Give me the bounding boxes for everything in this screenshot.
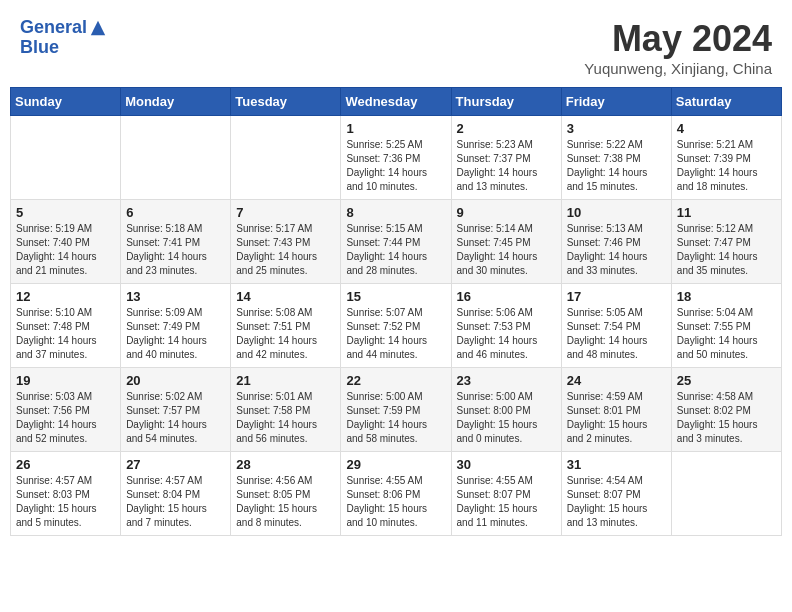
calendar-cell: 12Sunrise: 5:10 AMSunset: 7:48 PMDayligh… bbox=[11, 284, 121, 368]
calendar-cell: 6Sunrise: 5:18 AMSunset: 7:41 PMDaylight… bbox=[121, 200, 231, 284]
calendar-cell: 24Sunrise: 4:59 AMSunset: 8:01 PMDayligh… bbox=[561, 368, 671, 452]
calendar-cell: 19Sunrise: 5:03 AMSunset: 7:56 PMDayligh… bbox=[11, 368, 121, 452]
cell-info: Sunrise: 5:13 AMSunset: 7:46 PMDaylight:… bbox=[567, 222, 666, 278]
calendar-cell: 25Sunrise: 4:58 AMSunset: 8:02 PMDayligh… bbox=[671, 368, 781, 452]
day-number: 12 bbox=[16, 289, 115, 304]
day-number: 31 bbox=[567, 457, 666, 472]
cell-info: Sunrise: 4:55 AMSunset: 8:07 PMDaylight:… bbox=[457, 474, 556, 530]
weekday-header: Thursday bbox=[451, 88, 561, 116]
logo-general: General bbox=[20, 17, 87, 37]
day-number: 25 bbox=[677, 373, 776, 388]
weekday-header: Friday bbox=[561, 88, 671, 116]
location: Yuqunweng, Xinjiang, China bbox=[584, 60, 772, 77]
day-number: 23 bbox=[457, 373, 556, 388]
calendar-cell: 15Sunrise: 5:07 AMSunset: 7:52 PMDayligh… bbox=[341, 284, 451, 368]
day-number: 4 bbox=[677, 121, 776, 136]
calendar-cell: 5Sunrise: 5:19 AMSunset: 7:40 PMDaylight… bbox=[11, 200, 121, 284]
cell-info: Sunrise: 4:57 AMSunset: 8:03 PMDaylight:… bbox=[16, 474, 115, 530]
calendar-cell: 30Sunrise: 4:55 AMSunset: 8:07 PMDayligh… bbox=[451, 452, 561, 536]
day-number: 3 bbox=[567, 121, 666, 136]
day-number: 9 bbox=[457, 205, 556, 220]
calendar-week-row: 19Sunrise: 5:03 AMSunset: 7:56 PMDayligh… bbox=[11, 368, 782, 452]
cell-info: Sunrise: 5:15 AMSunset: 7:44 PMDaylight:… bbox=[346, 222, 445, 278]
calendar-cell: 18Sunrise: 5:04 AMSunset: 7:55 PMDayligh… bbox=[671, 284, 781, 368]
calendar-cell: 1Sunrise: 5:25 AMSunset: 7:36 PMDaylight… bbox=[341, 116, 451, 200]
day-number: 8 bbox=[346, 205, 445, 220]
calendar-cell bbox=[231, 116, 341, 200]
cell-info: Sunrise: 4:55 AMSunset: 8:06 PMDaylight:… bbox=[346, 474, 445, 530]
calendar-cell: 8Sunrise: 5:15 AMSunset: 7:44 PMDaylight… bbox=[341, 200, 451, 284]
calendar-week-row: 1Sunrise: 5:25 AMSunset: 7:36 PMDaylight… bbox=[11, 116, 782, 200]
day-number: 30 bbox=[457, 457, 556, 472]
calendar-cell: 3Sunrise: 5:22 AMSunset: 7:38 PMDaylight… bbox=[561, 116, 671, 200]
calendar-cell bbox=[11, 116, 121, 200]
svg-marker-0 bbox=[91, 21, 105, 35]
day-number: 15 bbox=[346, 289, 445, 304]
weekday-header: Tuesday bbox=[231, 88, 341, 116]
cell-info: Sunrise: 5:22 AMSunset: 7:38 PMDaylight:… bbox=[567, 138, 666, 194]
calendar-cell: 4Sunrise: 5:21 AMSunset: 7:39 PMDaylight… bbox=[671, 116, 781, 200]
cell-info: Sunrise: 5:10 AMSunset: 7:48 PMDaylight:… bbox=[16, 306, 115, 362]
calendar-cell: 11Sunrise: 5:12 AMSunset: 7:47 PMDayligh… bbox=[671, 200, 781, 284]
cell-info: Sunrise: 4:56 AMSunset: 8:05 PMDaylight:… bbox=[236, 474, 335, 530]
cell-info: Sunrise: 5:00 AMSunset: 7:59 PMDaylight:… bbox=[346, 390, 445, 446]
cell-info: Sunrise: 5:01 AMSunset: 7:58 PMDaylight:… bbox=[236, 390, 335, 446]
calendar-cell bbox=[671, 452, 781, 536]
calendar-cell: 20Sunrise: 5:02 AMSunset: 7:57 PMDayligh… bbox=[121, 368, 231, 452]
day-number: 29 bbox=[346, 457, 445, 472]
day-number: 19 bbox=[16, 373, 115, 388]
cell-info: Sunrise: 4:59 AMSunset: 8:01 PMDaylight:… bbox=[567, 390, 666, 446]
cell-info: Sunrise: 5:07 AMSunset: 7:52 PMDaylight:… bbox=[346, 306, 445, 362]
calendar-cell: 9Sunrise: 5:14 AMSunset: 7:45 PMDaylight… bbox=[451, 200, 561, 284]
cell-info: Sunrise: 5:05 AMSunset: 7:54 PMDaylight:… bbox=[567, 306, 666, 362]
calendar-cell: 7Sunrise: 5:17 AMSunset: 7:43 PMDaylight… bbox=[231, 200, 341, 284]
header-row: SundayMondayTuesdayWednesdayThursdayFrid… bbox=[11, 88, 782, 116]
calendar-cell: 26Sunrise: 4:57 AMSunset: 8:03 PMDayligh… bbox=[11, 452, 121, 536]
calendar-cell: 29Sunrise: 4:55 AMSunset: 8:06 PMDayligh… bbox=[341, 452, 451, 536]
calendar-cell: 28Sunrise: 4:56 AMSunset: 8:05 PMDayligh… bbox=[231, 452, 341, 536]
cell-info: Sunrise: 5:23 AMSunset: 7:37 PMDaylight:… bbox=[457, 138, 556, 194]
cell-info: Sunrise: 4:57 AMSunset: 8:04 PMDaylight:… bbox=[126, 474, 225, 530]
cell-info: Sunrise: 5:12 AMSunset: 7:47 PMDaylight:… bbox=[677, 222, 776, 278]
day-number: 22 bbox=[346, 373, 445, 388]
calendar-cell bbox=[121, 116, 231, 200]
day-number: 14 bbox=[236, 289, 335, 304]
calendar-cell: 16Sunrise: 5:06 AMSunset: 7:53 PMDayligh… bbox=[451, 284, 561, 368]
calendar-cell: 13Sunrise: 5:09 AMSunset: 7:49 PMDayligh… bbox=[121, 284, 231, 368]
cell-info: Sunrise: 5:06 AMSunset: 7:53 PMDaylight:… bbox=[457, 306, 556, 362]
calendar-cell: 17Sunrise: 5:05 AMSunset: 7:54 PMDayligh… bbox=[561, 284, 671, 368]
cell-info: Sunrise: 5:09 AMSunset: 7:49 PMDaylight:… bbox=[126, 306, 225, 362]
calendar-cell: 27Sunrise: 4:57 AMSunset: 8:04 PMDayligh… bbox=[121, 452, 231, 536]
day-number: 1 bbox=[346, 121, 445, 136]
title-block: May 2024 Yuqunweng, Xinjiang, China bbox=[584, 18, 772, 77]
cell-info: Sunrise: 5:02 AMSunset: 7:57 PMDaylight:… bbox=[126, 390, 225, 446]
weekday-header: Saturday bbox=[671, 88, 781, 116]
day-number: 2 bbox=[457, 121, 556, 136]
logo-blue: Blue bbox=[20, 38, 107, 58]
cell-info: Sunrise: 4:54 AMSunset: 8:07 PMDaylight:… bbox=[567, 474, 666, 530]
day-number: 27 bbox=[126, 457, 225, 472]
cell-info: Sunrise: 5:19 AMSunset: 7:40 PMDaylight:… bbox=[16, 222, 115, 278]
day-number: 24 bbox=[567, 373, 666, 388]
calendar-table: SundayMondayTuesdayWednesdayThursdayFrid… bbox=[10, 87, 782, 536]
month-title: May 2024 bbox=[584, 18, 772, 60]
calendar-cell: 10Sunrise: 5:13 AMSunset: 7:46 PMDayligh… bbox=[561, 200, 671, 284]
day-number: 11 bbox=[677, 205, 776, 220]
day-number: 10 bbox=[567, 205, 666, 220]
cell-info: Sunrise: 5:14 AMSunset: 7:45 PMDaylight:… bbox=[457, 222, 556, 278]
calendar-cell: 23Sunrise: 5:00 AMSunset: 8:00 PMDayligh… bbox=[451, 368, 561, 452]
cell-info: Sunrise: 5:17 AMSunset: 7:43 PMDaylight:… bbox=[236, 222, 335, 278]
day-number: 18 bbox=[677, 289, 776, 304]
logo-icon bbox=[89, 19, 107, 37]
cell-info: Sunrise: 5:18 AMSunset: 7:41 PMDaylight:… bbox=[126, 222, 225, 278]
cell-info: Sunrise: 5:08 AMSunset: 7:51 PMDaylight:… bbox=[236, 306, 335, 362]
calendar-cell: 21Sunrise: 5:01 AMSunset: 7:58 PMDayligh… bbox=[231, 368, 341, 452]
day-number: 6 bbox=[126, 205, 225, 220]
cell-info: Sunrise: 5:25 AMSunset: 7:36 PMDaylight:… bbox=[346, 138, 445, 194]
cell-info: Sunrise: 5:00 AMSunset: 8:00 PMDaylight:… bbox=[457, 390, 556, 446]
day-number: 5 bbox=[16, 205, 115, 220]
cell-info: Sunrise: 5:03 AMSunset: 7:56 PMDaylight:… bbox=[16, 390, 115, 446]
cell-info: Sunrise: 4:58 AMSunset: 8:02 PMDaylight:… bbox=[677, 390, 776, 446]
day-number: 13 bbox=[126, 289, 225, 304]
day-number: 16 bbox=[457, 289, 556, 304]
